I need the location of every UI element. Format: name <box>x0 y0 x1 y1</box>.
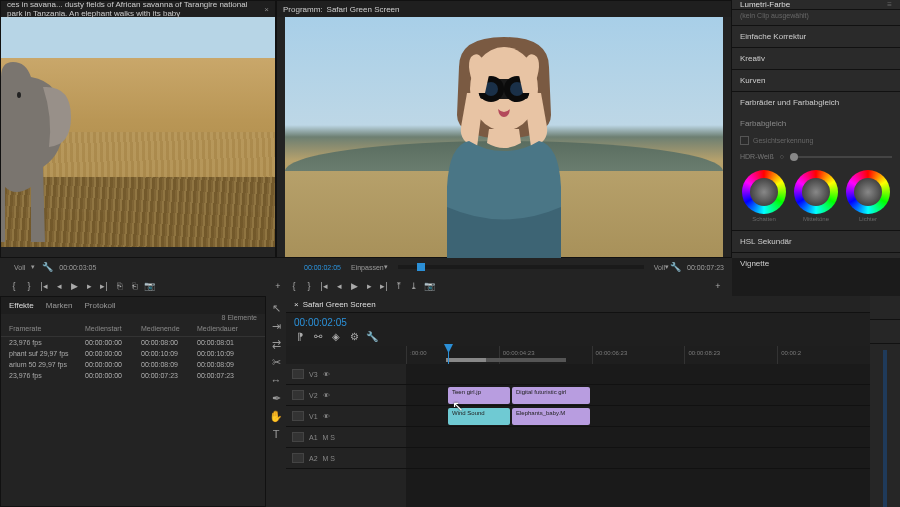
selection-tool-icon[interactable]: ↖ <box>270 302 282 314</box>
src-tc: 00:00:03:05 <box>59 264 96 271</box>
source-title-text: ces in savana... dusty fields of African… <box>7 0 264 18</box>
lumetri-title: Lumetri-Farbe≡ <box>732 0 900 10</box>
plus-icon[interactable]: + <box>712 280 724 292</box>
wheel-shadows[interactable] <box>742 170 786 214</box>
mark-out-icon[interactable]: } <box>303 280 315 292</box>
monitor-controls: Voll▾ 🔧 00:00:03:05 00:00:02:05 Einpasse… <box>0 258 732 296</box>
link-icon[interactable]: ⚯ <box>312 330 324 342</box>
clip[interactable]: Teen girl.jp <box>448 387 510 404</box>
project-panel: Effekte Marken Protokoll 8 Elemente Fram… <box>0 296 266 507</box>
src-zoom[interactable]: Voll <box>14 264 25 271</box>
project-tabs: Effekte Marken Protokoll <box>1 297 265 314</box>
clip[interactable]: Elephants_baby.M <box>512 408 590 425</box>
woman-binoculars-graphic <box>389 37 619 262</box>
track-v2[interactable]: V2👁 <box>286 385 406 406</box>
project-columns: FramerateMedienstartMedienendeMediendaue… <box>1 321 265 337</box>
tab-history[interactable]: Protokoll <box>84 301 115 310</box>
ripple-tool-icon[interactable]: ⇄ <box>270 338 282 350</box>
section-creative[interactable]: Kreativ <box>732 47 900 69</box>
step-back-icon[interactable]: ◂ <box>333 280 345 292</box>
tool-column: ↖ ⇥ ⇄ ✂ ↔ ✒ ✋ T <box>266 296 286 507</box>
source-title: ces in savana... dusty fields of African… <box>1 1 275 17</box>
table-row[interactable]: arium 50 29,97 fps00:00:00:0000:00:08:09… <box>1 359 265 370</box>
program-prefix: Programm: <box>283 5 323 14</box>
section-vignette[interactable]: Vignette <box>732 252 900 274</box>
track-v3[interactable]: V3👁 <box>286 364 406 385</box>
marker-icon[interactable]: ◈ <box>330 330 342 342</box>
section-hsl[interactable]: HSL Sekundär <box>732 230 900 252</box>
step-fwd-icon[interactable]: ▸ <box>83 280 95 292</box>
prog-zoom[interactable]: Voll <box>654 264 665 271</box>
lift-icon[interactable]: ⤒ <box>393 280 405 292</box>
go-in-icon[interactable]: |◂ <box>38 280 50 292</box>
program-title-bar: Programm: Safari Green Screen <box>277 1 731 17</box>
clip[interactable]: Digital futuristic girl <box>512 387 590 404</box>
section-wheels[interactable]: Farbräder und Farbabgleich <box>732 91 900 113</box>
table-row[interactable]: phant suf 29,97 fps00:00:00:0000:00:10:0… <box>1 348 265 359</box>
track-select-icon[interactable]: ⇥ <box>270 320 282 332</box>
plus-icon[interactable]: + <box>272 280 284 292</box>
export-frame-icon[interactable]: 📷 <box>143 280 155 292</box>
wrench-icon[interactable]: 🔧 <box>41 261 53 273</box>
go-out-icon[interactable]: ▸| <box>98 280 110 292</box>
track-area[interactable]: Teen girl.jpDigital futuristic girl Wind… <box>406 364 870 507</box>
program-monitor: Programm: Safari Green Screen <box>276 0 732 258</box>
razor-tool-icon[interactable]: ✂ <box>270 356 282 368</box>
snap-icon[interactable]: ⁋ <box>294 330 306 342</box>
step-back-icon[interactable]: ◂ <box>53 280 65 292</box>
go-out-icon[interactable]: ▸| <box>378 280 390 292</box>
close-icon[interactable]: × <box>264 5 269 14</box>
type-tool-icon[interactable]: T <box>270 428 282 440</box>
overwrite-icon[interactable]: ⎗ <box>128 280 140 292</box>
prog-tc-left: 00:00:02:05 <box>304 264 341 271</box>
section-curves[interactable]: Kurven <box>732 69 900 91</box>
mark-in-icon[interactable]: { <box>8 280 20 292</box>
program-title: Safari Green Screen <box>327 5 400 14</box>
tab-effects[interactable]: Effekte <box>9 301 34 310</box>
play-icon[interactable]: ▶ <box>68 280 80 292</box>
step-fwd-icon[interactable]: ▸ <box>363 280 375 292</box>
item-count: 8 Elemente <box>222 314 257 321</box>
tab-marks[interactable]: Marken <box>46 301 73 310</box>
mark-in-icon[interactable]: { <box>288 280 300 292</box>
source-monitor: ces in savana... dusty fields of African… <box>0 0 276 258</box>
export-frame-icon[interactable]: 📷 <box>423 280 435 292</box>
track-headers: V3👁 V2👁 V1👁 A1M S A2M S <box>286 364 406 507</box>
table-row[interactable]: 23,976 fps00:00:00:0000:00:07:2300:00:07… <box>1 370 265 381</box>
section-basic[interactable]: Einfache Korrektur <box>732 25 900 47</box>
prog-fit[interactable]: Einpassen <box>351 264 384 271</box>
timeline-panel: ↖ ⇥ ⇄ ✂ ↔ ✒ ✋ T × Safari Green Screen 00… <box>266 296 900 507</box>
hdr-slider[interactable]: HDR-Weiß○ <box>740 149 892 164</box>
wrench-icon[interactable]: 🔧 <box>366 330 378 342</box>
extract-icon[interactable]: ⤓ <box>408 280 420 292</box>
program-scrubber[interactable] <box>398 265 644 269</box>
lumetri-noclip: (kein Clip ausgewählt) <box>732 10 900 25</box>
hand-tool-icon[interactable]: ✋ <box>270 410 282 422</box>
settings-icon[interactable]: ⚙ <box>348 330 360 342</box>
lumetri-panel: Lumetri-Farbe≡ (kein Clip ausgewählt) Ei… <box>732 0 900 258</box>
sequence-tab[interactable]: × Safari Green Screen <box>286 296 870 313</box>
track-a1[interactable]: A1M S <box>286 427 406 448</box>
wrench-icon[interactable]: 🔧 <box>669 261 681 273</box>
prog-tc-right: 00:00:07:23 <box>687 264 724 271</box>
pen-tool-icon[interactable]: ✒ <box>270 392 282 404</box>
clip[interactable]: Wind Sound <box>448 408 510 425</box>
timeline-timecode[interactable]: 00:00:02:05 <box>286 313 870 328</box>
go-in-icon[interactable]: |◂ <box>318 280 330 292</box>
track-v1[interactable]: V1👁 <box>286 406 406 427</box>
audio-meters <box>870 296 900 507</box>
matching-sub: Farbabgleich <box>740 119 892 132</box>
track-a2[interactable]: A2M S <box>286 448 406 469</box>
wheel-high[interactable] <box>846 170 890 214</box>
play-icon[interactable]: ▶ <box>348 280 360 292</box>
face-detect-check[interactable]: Gesichtserkennung <box>740 132 892 149</box>
slip-tool-icon[interactable]: ↔ <box>270 374 282 386</box>
elephant-graphic <box>1 57 81 247</box>
source-preview[interactable] <box>1 17 275 247</box>
mark-out-icon[interactable]: } <box>23 280 35 292</box>
table-row[interactable]: 23,976 fps00:00:00:0000:00:08:0000:00:08… <box>1 337 265 348</box>
svg-point-0 <box>17 92 21 98</box>
wheel-mid[interactable] <box>794 170 838 214</box>
insert-icon[interactable]: ⎘ <box>113 280 125 292</box>
time-ruler[interactable]: :00:00 00:00:04:23 00:00:06:23 00:00:08:… <box>286 346 870 364</box>
